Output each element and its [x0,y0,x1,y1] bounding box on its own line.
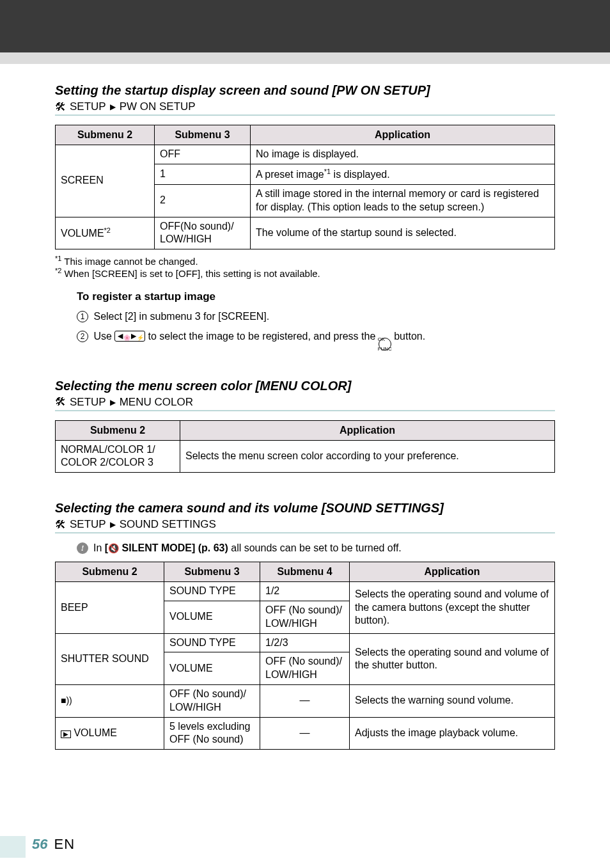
info-text: In [🔇 SILENT MODE] (p. 63) all sounds ca… [93,542,402,554]
breadcrumb-setup-label: SETUP [70,518,106,531]
footnote-marker: *1 [55,255,61,262]
footnote-text: This image cannot be changed. [64,256,198,267]
dpad-left-right-icon: ◄🌸►⚡ [114,331,145,342]
col-header-submenu4: Submenu 4 [260,562,350,582]
chevron-right-icon: ▶ [110,520,116,529]
col-header-application: Application [180,420,555,440]
breadcrumb-setup-label: SETUP [70,396,106,409]
cell-beep-label: BEEP [56,582,164,633]
table-row: BEEP SOUND TYPE 1/2 Selects the operatin… [56,582,555,601]
cell-text: is displayed. [331,169,390,180]
table-pwon: Submenu 2 Submenu 3 Application SCREEN O… [55,125,555,249]
table-header-row: Submenu 2 Submenu 3 Application [56,125,555,145]
cell-screen-off-sub3: OFF [155,145,251,164]
section-title-sound: Selecting the camera sound and its volum… [55,501,555,516]
footnotes: *1 This image cannot be changed. *2 When… [55,255,555,279]
table-row: ■)) OFF (No sound)/ LOW/HIGH — Selects t… [56,685,555,718]
cell-warning-icon: ■)) [56,685,164,718]
step-1: 1 Select [2] in submenu 3 for [SCREEN]. [77,307,555,326]
cell-volume-sub3: OFF(No sound)/ LOW/HIGH [155,217,251,249]
breadcrumb-pwon: 🛠 SETUP ▶ PW ON SETUP [55,100,555,113]
table-header-row: Submenu 2 Application [56,420,555,440]
subheading-register-startup: To register a startup image [77,290,555,303]
cell-screen-label: SCREEN [56,145,155,217]
footnote-marker: *2 [55,267,61,274]
cell-volume-label: VOLUME*2 [56,217,155,249]
footnote-marker: *1 [324,168,331,175]
cell-text: A preset image [256,169,324,180]
chevron-right-icon: ▶ [110,102,116,111]
step-text: Use [93,331,114,342]
section-sound-settings: Selecting the camera sound and its volum… [55,501,555,750]
cell-beep-app: Selects the operating sound and volume o… [350,582,555,633]
cell-warn-sub4: — [260,685,350,718]
cell-shutter-app: Selects the operating sound and volume o… [350,633,555,684]
breadcrumb-setup-label: SETUP [70,100,106,113]
cell-menucolor-app: Selects the menu screen color according … [180,440,555,473]
cell-beep-vol-sub3: VOLUME [164,601,260,634]
section-title-menucolor: Selecting the menu screen color [MENU CO… [55,379,555,393]
step-text: to select the image to be registered, an… [148,331,379,342]
table-menucolor: Submenu 2 Application NORMAL/COLOR 1/ CO… [55,420,555,473]
section-menu-color: Selecting the menu screen color [MENU CO… [55,379,555,473]
breadcrumb-menucolor: 🛠 SETUP ▶ MENU COLOR [55,396,555,409]
ok-button-icon: OKFUNC [379,338,391,351]
step-text: Select [2] in submenu 3 for [SCREEN]. [93,311,269,322]
speaker-icon: ■)) [61,695,72,706]
wrench-icon: 🛠 [55,102,66,113]
table-row: SCREEN OFF No image is displayed. [56,145,555,164]
cell-play-sub3: 5 levels excluding OFF (No sound) [164,717,260,750]
cell-text: VOLUME [61,228,104,239]
play-icon: ▶ [61,730,71,738]
info-icon: ! [77,542,88,554]
step-number-icon: 2 [77,331,88,342]
step-text: button. [394,331,425,342]
wrench-icon: 🛠 [55,519,66,530]
section-pw-on-setup: Setting the startup display screen and s… [55,83,555,351]
col-header-submenu2: Submenu 2 [56,125,155,145]
cell-screen-2-sub3: 2 [155,184,251,217]
divider [55,410,555,411]
cell-shutter-sndtype-sub3: SOUND TYPE [164,633,260,652]
footnote-2: *2 When [SCREEN] is set to [OFF], this s… [55,267,555,279]
cell-play-sub4: — [260,717,350,750]
cell-warn-app: Selects the warning sound volume. [350,685,555,718]
table-row: ▶ VOLUME 5 levels excluding OFF (No soun… [56,717,555,750]
info-text-part: SILENT MODE] (p. 63) [122,542,228,553]
cell-screen-2-app: A still image stored in the internal mem… [251,184,555,217]
section-title-pwon: Setting the startup display screen and s… [55,83,555,98]
step-2: 2 Use ◄🌸►⚡ to select the image to be reg… [77,327,555,351]
divider [55,532,555,533]
col-header-submenu3: Submenu 3 [164,562,260,582]
cell-text: VOLUME [71,727,117,738]
chevron-right-icon: ▶ [110,398,116,407]
mute-icon: 🔇 [108,543,119,553]
step-number-icon: 1 [77,311,88,322]
cell-beep-vol-sub4: OFF (No sound)/ LOW/HIGH [260,601,350,634]
cell-shutter-vol-sub4: OFF (No sound)/ LOW/HIGH [260,652,350,685]
breadcrumb-leaf-label: MENU COLOR [120,396,193,409]
cell-beep-sndtype-sub4: 1/2 [260,582,350,601]
cell-beep-sndtype-sub3: SOUND TYPE [164,582,260,601]
cell-screen-off-app: No image is displayed. [251,145,555,164]
cell-shutter-sndtype-sub4: 1/2/3 [260,633,350,652]
cell-volume-app: The volume of the startup sound is selec… [251,217,555,249]
cell-warn-sub3: OFF (No sound)/ LOW/HIGH [164,685,260,718]
cell-play-volume-label: ▶ VOLUME [56,717,164,750]
info-text-part: In [93,542,105,553]
col-header-submenu2: Submenu 2 [56,420,180,440]
info-note: ! In [🔇 SILENT MODE] (p. 63) all sounds … [77,542,555,554]
info-text-part: all sounds can be set to be turned off. [228,542,402,553]
steps-list: 1 Select [2] in submenu 3 for [SCREEN]. … [77,307,555,351]
page-footer: 56 EN [32,836,75,853]
breadcrumb-sound: 🛠 SETUP ▶ SOUND SETTINGS [55,518,555,531]
wrench-icon: 🛠 [55,397,66,407]
page-number: 56 [32,836,47,853]
divider [55,114,555,116]
table-row: SHUTTER SOUND SOUND TYPE 1/2/3 Selects t… [56,633,555,652]
cell-shutter-label: SHUTTER SOUND [56,633,164,684]
col-header-application: Application [350,562,555,582]
page-language: EN [54,836,75,853]
footnote-marker: *2 [104,226,111,234]
table-row: NORMAL/COLOR 1/ COLOR 2/COLOR 3 Selects … [56,440,555,473]
